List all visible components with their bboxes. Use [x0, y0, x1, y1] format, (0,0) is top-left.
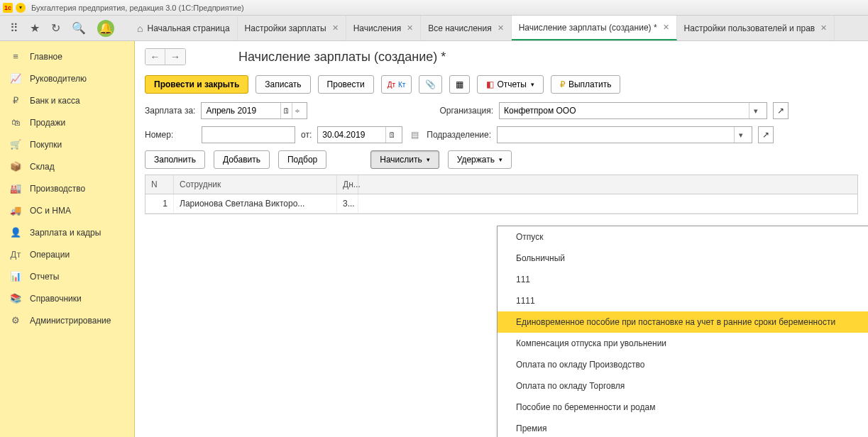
sidebar-item-label: Банк и касса: [30, 96, 80, 106]
attach-icon[interactable]: 📎: [419, 75, 442, 94]
star-icon[interactable]: ★: [30, 21, 40, 35]
chevron-down-icon[interactable]: ▾: [749, 103, 762, 118]
sidebar-item-icon: ₽: [10, 95, 21, 106]
sidebar-item[interactable]: ДтОперации: [0, 243, 134, 265]
sidebar-item[interactable]: ₽Банк и касса: [0, 89, 134, 111]
sidebar-item[interactable]: ≡Главное: [0, 45, 134, 67]
dropdown-item[interactable]: Оплата по окладу Торговля: [498, 375, 868, 397]
salary-for-label: Зарплата за:: [145, 106, 195, 116]
sidebar-item-icon: 👤: [10, 227, 21, 238]
sidebar-item[interactable]: 🛒Покупки: [0, 133, 134, 155]
close-icon[interactable]: ✕: [663, 23, 669, 32]
open-icon[interactable]: ↗: [773, 102, 789, 119]
calendar-icon[interactable]: 🗓: [280, 103, 292, 118]
calendar-icon[interactable]: 🗓: [385, 127, 397, 143]
sidebar-item-label: Администрирование: [30, 316, 111, 326]
tab[interactable]: Настройки пользователей и прав✕: [677, 16, 835, 40]
sidebar-item-label: Отчеты: [30, 272, 59, 282]
dropdown-item[interactable]: Пособие по беременности и родам: [498, 397, 868, 418]
open-icon[interactable]: ↗: [758, 126, 774, 143]
nav-back-forward: ← →: [145, 48, 186, 65]
title-dropdown-icon[interactable]: ▾: [16, 3, 26, 13]
post-and-close-button[interactable]: Провести и закрыть: [145, 75, 248, 94]
sidebar-item[interactable]: 🏭Производство: [0, 177, 134, 199]
sidebar-item[interactable]: 📦Склад: [0, 155, 134, 177]
window-title: Бухгалтерия предприятия, редакция 3.0 (1…: [31, 4, 244, 12]
accrue-label: Начислить: [380, 155, 422, 165]
close-icon[interactable]: ✕: [498, 23, 504, 33]
col-days: Дн...: [337, 175, 358, 194]
command-toolbar: Провести и закрыть Записать Провести ДтК…: [145, 75, 858, 94]
fill-button[interactable]: Заполнить: [145, 150, 205, 169]
from-label: от:: [301, 130, 312, 140]
tab-label: Настройки пользователей и прав: [684, 23, 815, 33]
sidebar-item-icon: ⚙: [10, 315, 21, 326]
nav-forward-button[interactable]: →: [165, 49, 185, 65]
close-icon[interactable]: ✕: [820, 23, 827, 33]
withhold-button[interactable]: Удержать ▾: [448, 150, 512, 169]
org-input[interactable]: [504, 103, 749, 118]
sidebar-item-icon: 🚚: [10, 205, 21, 216]
dropdown-item[interactable]: Компенсация отпуска при увольнении: [498, 333, 868, 354]
salary-for-field[interactable]: 🗓 ÷: [201, 102, 307, 119]
bell-icon[interactable]: 🔔: [97, 20, 114, 37]
accrue-button[interactable]: Начислить ▾: [370, 150, 439, 169]
dropdown-item[interactable]: Единовременное пособие при постановке на…: [498, 311, 868, 333]
structure-icon[interactable]: ▦: [449, 75, 470, 94]
tab-label: Начальная страница: [147, 23, 229, 33]
org-field[interactable]: ▾: [499, 102, 767, 119]
dropdown-item[interactable]: Оплата по окладу Производство: [498, 354, 868, 375]
tab[interactable]: Начисление зарплаты (создание) *✕: [512, 16, 677, 40]
tab-label: Все начисления: [428, 23, 492, 33]
dropdown-item[interactable]: 1111: [498, 290, 868, 311]
sidebar-item[interactable]: 📊Отчеты: [0, 265, 134, 287]
stepper-icon[interactable]: ÷: [292, 103, 303, 118]
pick-button[interactable]: Подбор: [278, 150, 326, 169]
sidebar-item-icon: Дт: [10, 249, 21, 260]
history-icon[interactable]: ↻: [51, 21, 60, 35]
pay-button[interactable]: ₽ Выплатить: [551, 75, 621, 94]
sidebar-item-icon: 📊: [10, 271, 21, 282]
dept-field[interactable]: ▾: [497, 126, 752, 143]
save-button[interactable]: Записать: [256, 75, 310, 94]
dept-input[interactable]: [502, 127, 734, 143]
close-icon[interactable]: ✕: [332, 23, 339, 33]
number-field[interactable]: [202, 126, 295, 143]
table-row[interactable]: 1Ларионова Светлана Викторо...3...: [145, 194, 857, 214]
number-input[interactable]: [207, 127, 290, 143]
sidebar-item[interactable]: 📚Справочники: [0, 287, 134, 309]
tab[interactable]: Настройки зарплаты✕: [238, 16, 346, 40]
dropdown-item[interactable]: 111: [498, 269, 868, 290]
sidebar-item[interactable]: ⚙Администрирование: [0, 309, 134, 331]
tab[interactable]: Начисления✕: [346, 16, 422, 40]
table-header: N Сотрудник Дн...: [145, 175, 857, 194]
sidebar-item-icon: 📦: [10, 161, 21, 172]
search-icon[interactable]: 🔍: [72, 21, 86, 35]
withhold-label: Удержать: [457, 155, 495, 165]
form-row-1: Зарплата за: 🗓 ÷ Организация: ▾ ↗: [145, 102, 858, 119]
chevron-down-icon[interactable]: ▾: [734, 127, 747, 143]
dropdown-item[interactable]: Премия: [498, 418, 868, 437]
sidebar-item[interactable]: 📈Руководителю: [0, 67, 134, 89]
main-content: ← → Начисление зарплаты (создание) * Про…: [135, 41, 868, 437]
cell-days: 3...: [337, 194, 358, 213]
sidebar-item[interactable]: 👤Зарплата и кадры: [0, 221, 134, 243]
close-icon[interactable]: ✕: [407, 23, 413, 33]
dropdown-item[interactable]: Больничный: [498, 248, 868, 269]
sidebar-item-label: ОС и НМА: [30, 206, 71, 216]
dtkt-icon[interactable]: ДтКт: [381, 75, 412, 94]
add-button[interactable]: Добавить: [214, 150, 270, 169]
reports-button[interactable]: ◧ Отчеты ▾: [477, 75, 543, 94]
note-icon: ▤: [408, 130, 421, 140]
date-input[interactable]: [322, 127, 385, 143]
sidebar-item[interactable]: 🚚ОС и НМА: [0, 199, 134, 221]
salary-for-input[interactable]: [206, 103, 280, 118]
tab[interactable]: ⌂Начальная страница: [130, 16, 238, 40]
date-field[interactable]: 🗓: [317, 126, 402, 143]
dropdown-item[interactable]: Отпуск: [498, 226, 868, 248]
sidebar-item[interactable]: 🛍Продажи: [0, 111, 134, 133]
apps-icon[interactable]: ⠿: [10, 21, 18, 35]
post-button[interactable]: Провести: [318, 75, 374, 94]
tab[interactable]: Все начисления✕: [421, 16, 512, 40]
nav-back-button[interactable]: ←: [145, 49, 165, 65]
